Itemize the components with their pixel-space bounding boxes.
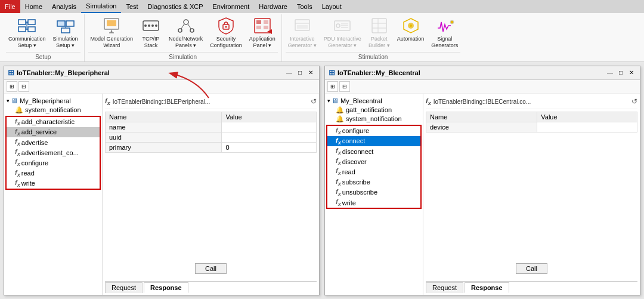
left-tab-request[interactable]: Request: [105, 282, 143, 293]
right-tree-root[interactable]: ▾ 🖥 My_Blecentral: [325, 96, 423, 106]
left-close-button[interactable]: ✕: [306, 68, 315, 78]
menu-file[interactable]: File: [0, 0, 20, 13]
left-tree-configure[interactable]: fx configure: [7, 158, 100, 168]
right-tree-connect[interactable]: fx connect: [327, 136, 420, 146]
model-gen-button[interactable]: Model GenerationWizard: [88, 14, 136, 51]
right-gatt-notification-label: gatt_notification: [346, 106, 392, 113]
right-tree-read[interactable]: fx read: [327, 167, 420, 177]
left-row3-value[interactable]: 0: [222, 142, 317, 152]
svg-point-46: [410, 24, 412, 27]
svg-rect-9: [61, 28, 70, 33]
right-minimize-button[interactable]: —: [605, 68, 615, 78]
node-net-button[interactable]: Node/NetworkPanels ▾: [166, 14, 205, 51]
right-tree-root-icon: 🖥: [332, 97, 339, 105]
left-tool-btn-2[interactable]: ⊟: [18, 81, 29, 92]
left-system-notification-label: system_notification: [25, 106, 81, 113]
left-tree-adv-co[interactable]: fx advertisement_co...: [7, 147, 100, 158]
sim-setup-button[interactable]: SimulationSetup ▾: [51, 14, 80, 51]
menu-simulation[interactable]: Simulation: [81, 0, 121, 13]
left-minimize-button[interactable]: —: [284, 68, 294, 78]
right-tree-unsubscribe[interactable]: fx unsubscribe: [327, 187, 420, 198]
left-tree-read[interactable]: fx read: [7, 168, 100, 178]
interactive-gen-button[interactable]: InteractiveGenerator ▾: [286, 14, 319, 51]
left-fx-read-icon: fx: [15, 169, 20, 178]
menu-home[interactable]: Home: [20, 0, 47, 13]
left-tree-root-label: My_Bleperipheral: [20, 97, 71, 104]
left-fx-adv-co-icon: fx: [15, 148, 20, 157]
menu-layout[interactable]: Layout: [317, 0, 346, 13]
menu-diagnostics[interactable]: Diagnostics & XCP: [143, 0, 208, 13]
right-tab-bar: Request Response: [426, 281, 637, 292]
left-add-service-label: add_service: [21, 128, 57, 135]
app-panel-button[interactable]: ApplicationPanel ▾: [247, 14, 278, 51]
right-system-notification-icon: 🔔: [336, 115, 344, 123]
left-refresh-icon[interactable]: ↺: [311, 97, 317, 106]
app-panel-icon: [253, 16, 272, 35]
left-binding-fx-icon: fx: [105, 97, 110, 106]
svg-rect-35: [297, 25, 308, 29]
security-icon: [216, 16, 236, 35]
right-fx-connect-icon: fx: [336, 137, 341, 146]
left-row1-value[interactable]: [222, 122, 317, 132]
svg-point-17: [148, 24, 150, 27]
app-panel-label: ApplicationPanel ▾: [249, 36, 275, 49]
svg-rect-8: [66, 21, 74, 26]
left-notification-icon: 🔔: [15, 106, 23, 114]
right-call-button[interactable]: Call: [516, 263, 547, 274]
right-tree-system-notification[interactable]: 🔔 system_notification: [325, 115, 423, 124]
left-tree-root[interactable]: ▾ 🖥 My_Bleperipheral: [4, 96, 102, 106]
tcpip-icon: [141, 16, 160, 35]
left-fx-configure-icon: fx: [15, 158, 20, 167]
left-tab-response[interactable]: Response: [144, 282, 188, 293]
svg-rect-0: [18, 20, 26, 24]
left-maximize-button[interactable]: □: [295, 68, 305, 78]
automation-button[interactable]: Automation: [395, 14, 427, 44]
menu-tools[interactable]: Tools: [292, 0, 317, 13]
right-tree-panel: ▾ 🖥 My_Blecentral 🔔 gatt_notification 🔔 …: [325, 94, 423, 295]
right-tab-response[interactable]: Response: [465, 282, 509, 293]
left-row2-value[interactable]: [222, 132, 317, 142]
windows-area: ⊞ IoTEnabler::My_Bleperipheral — □ ✕ ⊞ ⊟: [0, 62, 644, 299]
svg-point-19: [155, 24, 157, 27]
svg-point-20: [184, 20, 188, 24]
left-tree-advertise[interactable]: fx advertise: [7, 137, 100, 147]
pdu-icon: [333, 16, 352, 35]
left-tree-write[interactable]: fx write: [7, 178, 100, 189]
left-tree-system-notification[interactable]: 🔔 system_notification: [4, 106, 102, 115]
right-tab-request[interactable]: Request: [426, 282, 463, 293]
left-tab-bar: Request Response: [105, 281, 317, 292]
right-tool-btn-1[interactable]: ⊞: [327, 81, 338, 92]
right-tool-btn-2[interactable]: ⊟: [339, 81, 350, 92]
right-refresh-icon[interactable]: ↺: [631, 97, 637, 106]
right-row1-value[interactable]: [537, 122, 637, 132]
right-maximize-button[interactable]: □: [616, 68, 626, 78]
right-tree-discover[interactable]: fx discover: [327, 156, 420, 167]
ribbon-group-simulation: Model GenerationWizard TC: [85, 14, 282, 61]
menu-analysis[interactable]: Analysis: [47, 0, 81, 13]
menu-hardware[interactable]: Hardware: [254, 0, 292, 13]
signal-gen-button[interactable]: SignalGenerators: [429, 14, 460, 51]
security-button[interactable]: SecurityConfiguration: [208, 14, 244, 51]
svg-point-16: [144, 24, 147, 27]
right-col-value: Value: [537, 112, 637, 122]
left-tool-btn-1[interactable]: ⊞: [7, 81, 17, 92]
right-tree-configure[interactable]: fx configure: [327, 126, 420, 136]
packet-builder-button[interactable]: PacketBuilder ▾: [366, 14, 392, 51]
tcpip-button[interactable]: TCP/IPStack: [138, 14, 164, 51]
left-call-button[interactable]: Call: [195, 263, 227, 274]
right-tree-subscribe[interactable]: fx subscribe: [327, 177, 420, 187]
automation-label: Automation: [397, 36, 425, 42]
menu-environment[interactable]: Environment: [208, 0, 255, 13]
model-gen-label: Model GenerationWizard: [91, 36, 134, 49]
left-col-name: Name: [106, 112, 222, 122]
left-tree-add-char[interactable]: fx add_characteristic: [7, 117, 100, 127]
right-tree-write[interactable]: fx write: [327, 198, 420, 208]
left-tree-add-service[interactable]: fx add_service: [7, 127, 100, 137]
pdu-button[interactable]: PDU InteractiveGenerator ▾: [321, 14, 364, 51]
right-title-area: ⊞ IoTEnabler::My_Blecentral: [329, 68, 420, 77]
right-tree-disconnect[interactable]: fx disconnect: [327, 146, 420, 156]
right-tree-gatt-notification[interactable]: 🔔 gatt_notification: [325, 106, 423, 115]
menu-test[interactable]: Test: [121, 0, 143, 13]
right-close-button[interactable]: ✕: [627, 68, 636, 78]
comm-setup-button[interactable]: CommunicationSetup ▾: [6, 14, 48, 51]
